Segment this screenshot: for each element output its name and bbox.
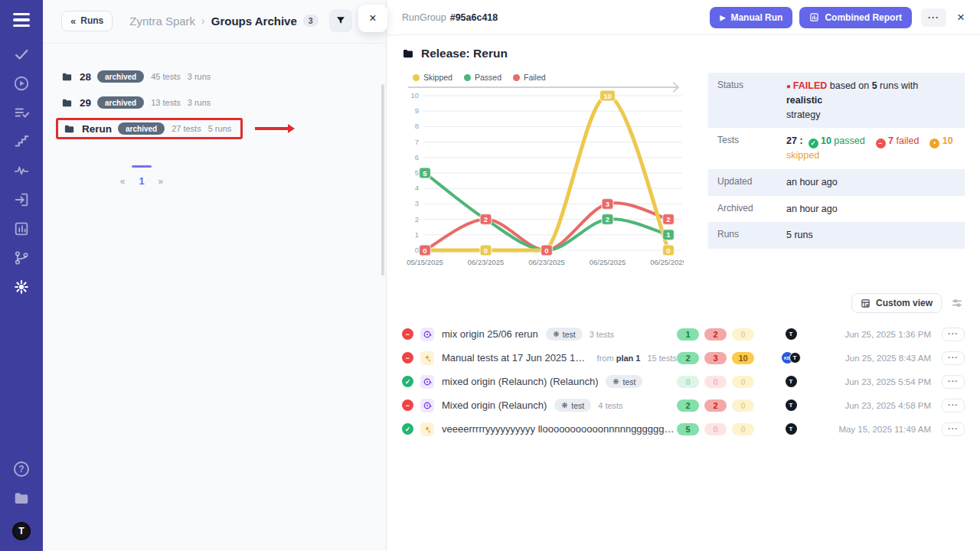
groups-panel-header: « Runs Zyntra Spark › Groups Archive 3 ×: [43, 0, 386, 44]
folder-icon: [61, 97, 73, 109]
run-row[interactable]: −Manual tests at 17 Jun 2025 10:09from p…: [402, 346, 965, 370]
run-row[interactable]: ✓veeeerrrrryyyyyyyyyy llooooooooooonnnnn…: [402, 417, 965, 441]
close-icon: ×: [957, 10, 965, 24]
run-row[interactable]: −Mixed origin (Relaunch)test4 tests220TJ…: [402, 393, 965, 417]
archived-badge: archived: [97, 70, 144, 83]
folder-icon: [64, 123, 75, 135]
chart-legend: SkippedPassedFailed: [402, 73, 694, 82]
combined-report-button[interactable]: Combined Report: [799, 7, 912, 28]
menu-button[interactable]: [8, 14, 35, 37]
sidebar-item-branches[interactable]: [8, 246, 35, 269]
group-runs-count: 3 runs: [188, 98, 211, 107]
sidebar-item-analytics[interactable]: [8, 159, 35, 182]
sidebar-item-help[interactable]: ?: [8, 458, 35, 481]
sidebar-item-steps[interactable]: [8, 130, 35, 153]
run-avatars: T: [766, 376, 816, 387]
failed-status-icon: −: [402, 328, 413, 340]
sidebar-item-projects[interactable]: [8, 487, 35, 510]
manual-run-icon: [420, 351, 434, 365]
run-more-button[interactable]: ···: [942, 422, 965, 436]
skipped-count-badge: 0: [732, 376, 754, 388]
custom-view-button[interactable]: Custom view: [851, 293, 942, 313]
avatar: T: [786, 376, 797, 387]
run-avatars: T: [766, 328, 816, 340]
group-tests-count: 13 tests: [151, 98, 181, 107]
trend-arrow-icon: [408, 86, 678, 88]
legend-dot-icon: [413, 74, 420, 81]
svg-text:9: 9: [415, 106, 419, 115]
gear-icon: [612, 378, 619, 385]
run-more-button[interactable]: ···: [942, 351, 965, 365]
svg-text:3: 3: [415, 199, 419, 207]
annotation-highlight-box: Rerunarchived27 tests5 runs: [56, 118, 243, 139]
breadcrumb-current: Groups Archive: [211, 15, 297, 28]
detail-close-button[interactable]: ×: [957, 10, 965, 25]
list-check-icon: [13, 104, 30, 121]
svg-text:5: 5: [423, 169, 427, 178]
skipped-count-badge: 10: [732, 352, 754, 364]
sidebar-item-test-plans[interactable]: [8, 101, 35, 124]
detail-header: RunGroup #95a6c418 ▶ Manual Run Combined…: [387, 0, 980, 35]
detail-body: Release: Rerun SkippedPassedFailed 01234…: [387, 35, 980, 551]
info-label: Tests: [717, 134, 786, 163]
sidebar-item-runs[interactable]: [8, 43, 35, 66]
failed-status-icon: −: [402, 399, 413, 411]
legend-dot-icon: [464, 74, 471, 81]
group-row[interactable]: 28archived45 tests3 runs: [61, 64, 386, 90]
svg-text:8: 8: [415, 122, 419, 130]
pagination-page-1[interactable]: 1: [139, 175, 144, 187]
manual-run-button[interactable]: ▶ Manual Run: [710, 7, 792, 28]
group-row[interactable]: Rerunarchived27 tests5 runs: [61, 116, 386, 142]
skipped-count-badge: 0: [732, 399, 754, 412]
pagination-prev-button[interactable]: «: [120, 176, 126, 187]
avatar: T: [12, 522, 31, 540]
user-avatar-button[interactable]: T: [8, 516, 35, 539]
run-row[interactable]: ✓mixed origin (Relaunch) (Relaunch)test0…: [402, 370, 965, 393]
archived-badge: archived: [97, 96, 144, 109]
run-title: mixed origin (Relaunch) (Relaunch): [442, 376, 598, 387]
avatar: T: [789, 352, 801, 364]
run-from-plan: from plan 1: [597, 354, 641, 363]
breadcrumb-project[interactable]: Zyntra Spark: [129, 15, 195, 28]
run-title: veeeerrrrryyyyyyyyyy llooooooooooonnnnng…: [442, 423, 677, 435]
panel-close-button[interactable]: ×: [358, 5, 387, 32]
info-label: Archived: [717, 202, 786, 217]
filter-button[interactable]: [329, 9, 352, 32]
run-more-button[interactable]: ···: [942, 375, 965, 389]
back-to-runs-button[interactable]: « Runs: [61, 11, 113, 31]
sidebar: ? T: [0, 0, 43, 551]
sidebar-item-import[interactable]: [8, 188, 35, 211]
svg-text:2: 2: [606, 215, 609, 223]
bar-chart-icon: [809, 12, 819, 22]
run-more-button[interactable]: ···: [942, 328, 965, 341]
tag-pill[interactable]: test: [554, 399, 591, 412]
skipped-count-badge: 0: [732, 328, 754, 341]
info-value: an hour ago: [786, 202, 956, 217]
info-value: 27 : ✓ 10 passed − 7 failed • 10 skipped: [786, 134, 956, 163]
info-row: Updatedan hour ago: [708, 169, 965, 196]
run-more-button[interactable]: ···: [942, 399, 965, 412]
rungroup-id: #95a6c418: [450, 12, 498, 23]
pagination-next-button[interactable]: »: [158, 176, 164, 187]
run-row[interactable]: −mix origin 25/06 reruntest3 tests120TJu…: [402, 322, 965, 346]
run-tests-count: 4 tests: [598, 401, 622, 410]
sidebar-item-settings[interactable]: [8, 276, 35, 298]
display-settings-button[interactable]: [951, 297, 963, 309]
tag-pill[interactable]: test: [606, 375, 642, 388]
failed-count-badge: 2: [704, 399, 727, 412]
tag-pill[interactable]: test: [546, 328, 583, 341]
breadcrumb: Zyntra Spark › Groups Archive 3: [129, 15, 318, 28]
rungroup-label: RunGroup: [402, 12, 446, 23]
svg-text:0: 0: [666, 246, 670, 255]
scrollbar-thumb[interactable]: [381, 84, 384, 276]
sliders-icon: [951, 297, 963, 309]
svg-text:06/25/2025: 06/25/2025: [590, 258, 626, 266]
group-runs-count: 3 runs: [188, 72, 211, 81]
sidebar-item-reports[interactable]: [8, 217, 35, 240]
page-title: Release: Rerun: [421, 47, 508, 60]
rungroup-detail-panel: RunGroup #95a6c418 ▶ Manual Run Combined…: [387, 0, 980, 551]
group-row[interactable]: 29archived13 tests3 runs: [61, 90, 386, 116]
svg-text:2: 2: [666, 215, 670, 223]
header-more-button[interactable]: ···: [921, 8, 946, 27]
sidebar-item-play[interactable]: [8, 72, 35, 95]
